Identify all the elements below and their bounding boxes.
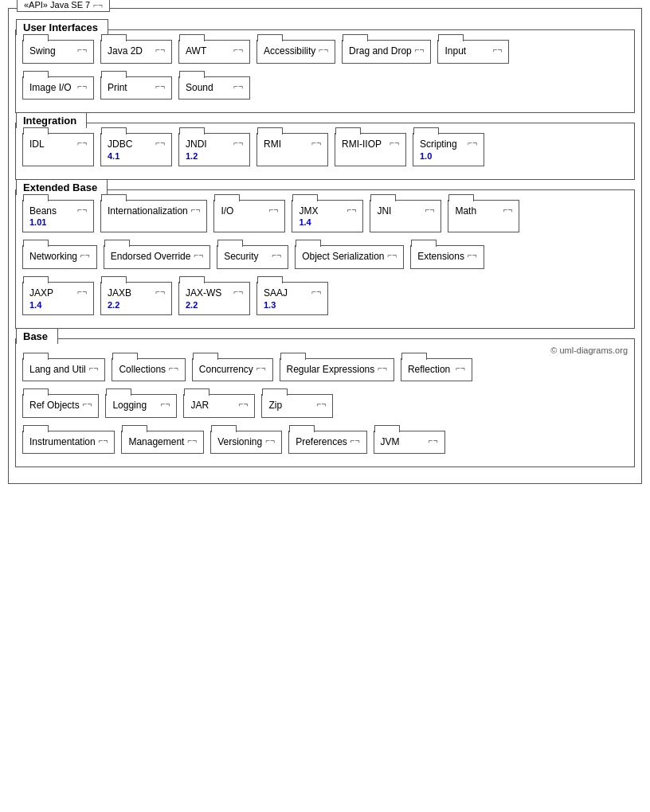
folder-item[interactable]: AWT⌐¬ xyxy=(178,40,250,64)
folder-item[interactable]: JDBC4.1⌐¬ xyxy=(100,133,172,166)
folder-item[interactable]: Preferences⌐¬ xyxy=(288,431,366,455)
folder-name: RMI-IIOP xyxy=(342,139,382,150)
folder-item[interactable]: IDL⌐¬ xyxy=(22,133,94,166)
folder-item[interactable]: Print⌐¬ xyxy=(100,76,172,100)
api-link-icon: ⌐¬ xyxy=(93,1,103,10)
folder-item[interactable]: I/O⌐¬ xyxy=(213,200,285,233)
section-title-extended-base: Extended Base xyxy=(16,179,108,195)
folder-link-icon: ⌐¬ xyxy=(269,205,279,214)
folder-item[interactable]: JMX1.4⌐¬ xyxy=(292,200,363,233)
folder-item[interactable]: Sound⌐¬ xyxy=(178,76,250,100)
folder-item[interactable]: Networking⌐¬ xyxy=(22,245,97,269)
folder-header: Instrumentation⌐¬ xyxy=(29,436,108,449)
folder-link-icon: ⌐¬ xyxy=(317,400,327,408)
folder-version: 1.3 xyxy=(264,300,288,310)
folder-name-wrapper: RMI xyxy=(264,139,281,151)
folder-item[interactable]: Swing⌐¬ xyxy=(22,40,94,64)
folder-item[interactable]: JAXP1.4⌐¬ xyxy=(22,282,94,315)
folder-item[interactable]: JVM⌐¬ xyxy=(374,431,445,455)
folder-header: Lang and Util⌐¬ xyxy=(29,364,98,377)
folder-item[interactable]: Ref Objects⌐¬ xyxy=(22,394,99,418)
folder-item[interactable]: Lang and Util⌐¬ xyxy=(22,358,105,382)
folder-version: 1.2 xyxy=(186,151,207,161)
folder-item[interactable]: Java 2D⌐¬ xyxy=(100,40,172,64)
folder-item[interactable]: Endorsed Override⌐¬ xyxy=(104,245,210,269)
folder-item[interactable]: SAAJ1.3⌐¬ xyxy=(256,282,328,315)
folder-header: Internationalization⌐¬ xyxy=(108,205,200,218)
folder-item[interactable]: Object Serialization⌐¬ xyxy=(295,245,404,269)
folder-name: Ref Objects xyxy=(29,400,80,411)
row-extended-base-2: JAXP1.4⌐¬JAXB2.2⌐¬JAX-WS2.2⌐¬SAAJ1.3⌐¬ xyxy=(22,282,628,315)
folder-name: Management xyxy=(128,436,184,447)
folder-link-icon: ⌐¬ xyxy=(265,436,275,445)
folder-name-wrapper: Internationalization xyxy=(108,205,188,218)
folder-name-wrapper: AWT xyxy=(186,45,206,58)
folder-name-wrapper: Input xyxy=(444,45,466,58)
folder-header: IDL⌐¬ xyxy=(29,139,87,151)
api-label: «API» Java SE 7 ⌐¬ xyxy=(17,0,110,12)
folder-item[interactable]: Scripting1.0⌐¬ xyxy=(413,133,484,166)
folder-header: Swing⌐¬ xyxy=(29,45,87,58)
folder-header: Drag and Drop⌐¬ xyxy=(349,45,424,58)
folder-item[interactable]: Reflection⌐¬ xyxy=(401,358,472,382)
section-title-user-interfaces: User Interfaces xyxy=(16,19,108,35)
folder-item[interactable]: Management⌐¬ xyxy=(121,431,204,455)
folder-item[interactable]: Regular Expressions⌐¬ xyxy=(280,358,394,382)
folder-name-wrapper: I/O xyxy=(221,205,233,218)
folder-link-icon: ⌐¬ xyxy=(319,45,328,54)
folder-name: JNDI xyxy=(186,139,207,150)
folder-item[interactable]: JNI⌐¬ xyxy=(370,200,441,233)
folder-name-wrapper: Reflection xyxy=(408,364,450,377)
row-extended-base-1: Networking⌐¬Endorsed Override⌐¬Security⌐… xyxy=(22,245,628,269)
folder-item[interactable]: JAR⌐¬ xyxy=(183,394,255,418)
folder-name-wrapper: Lang and Util xyxy=(29,364,86,377)
folder-name: Java 2D xyxy=(108,45,143,57)
folder-header: Ref Objects⌐¬ xyxy=(29,400,92,412)
folder-item[interactable]: Drag and Drop⌐¬ xyxy=(342,40,431,64)
folder-name-wrapper: Concurrency xyxy=(199,364,253,377)
folder-item[interactable]: Versioning⌐¬ xyxy=(210,431,282,455)
folder-link-icon: ⌐¬ xyxy=(468,139,477,147)
folder-item[interactable]: Logging⌐¬ xyxy=(105,394,177,418)
folder-item[interactable]: Concurrency⌐¬ xyxy=(192,358,273,382)
folder-header: RMI-IIOP⌐¬ xyxy=(342,139,399,151)
section-title-base: Base xyxy=(16,328,58,344)
folder-name-wrapper: Beans1.01 xyxy=(29,205,57,228)
sections-container: User InterfacesSwing⌐¬Java 2D⌐¬AWT⌐¬Acce… xyxy=(15,29,635,467)
folder-item[interactable]: Beans1.01⌐¬ xyxy=(22,200,94,233)
folder-header: Input⌐¬ xyxy=(444,45,502,58)
folder-item[interactable]: JAX-WS2.2⌐¬ xyxy=(178,282,250,315)
folder-name: Internationalization xyxy=(108,205,188,217)
folder-link-icon: ⌐¬ xyxy=(77,287,87,296)
folder-item[interactable]: JNDI1.2⌐¬ xyxy=(178,133,250,166)
folder-item[interactable]: Image I/O⌐¬ xyxy=(22,76,94,100)
folder-item[interactable]: JAXB2.2⌐¬ xyxy=(100,282,172,315)
folder-item[interactable]: Instrumentation⌐¬ xyxy=(22,431,115,455)
folder-item[interactable]: Zip⌐¬ xyxy=(261,394,333,418)
folder-name: Instrumentation xyxy=(29,436,96,447)
folder-name: Logging xyxy=(112,400,147,411)
folder-name-wrapper: SAAJ1.3 xyxy=(264,287,288,310)
folder-item[interactable]: RMI-IIOP⌐¬ xyxy=(335,133,406,166)
folder-header: Extensions⌐¬ xyxy=(417,251,476,264)
folder-item[interactable]: Extensions⌐¬ xyxy=(410,245,484,269)
folder-item[interactable]: RMI⌐¬ xyxy=(256,133,328,166)
folder-item[interactable]: Security⌐¬ xyxy=(217,245,288,269)
folder-version: 1.01 xyxy=(29,217,57,227)
folder-item[interactable]: Math⌐¬ xyxy=(448,200,519,233)
folder-item[interactable]: Accessibility⌐¬ xyxy=(256,40,335,64)
folder-header: JAXB2.2⌐¬ xyxy=(108,287,165,310)
folder-name: Print xyxy=(108,82,127,93)
folder-name: JAR xyxy=(190,400,209,411)
folder-name: Zip xyxy=(268,400,282,411)
folder-name: Collections xyxy=(119,364,166,375)
folder-item[interactable]: Collections⌐¬ xyxy=(112,358,185,382)
folder-name: Reflection xyxy=(408,364,450,375)
folder-item[interactable]: Input⌐¬ xyxy=(437,40,509,64)
section-extended-base: Extended BaseBeans1.01⌐¬Internationaliza… xyxy=(15,189,635,329)
folder-version: 1.4 xyxy=(29,300,53,310)
folder-link-icon: ⌐¬ xyxy=(388,251,397,260)
folder-name: Beans xyxy=(29,205,57,217)
folder-name: Preferences xyxy=(296,436,347,447)
folder-item[interactable]: Internationalization⌐¬ xyxy=(100,200,207,233)
